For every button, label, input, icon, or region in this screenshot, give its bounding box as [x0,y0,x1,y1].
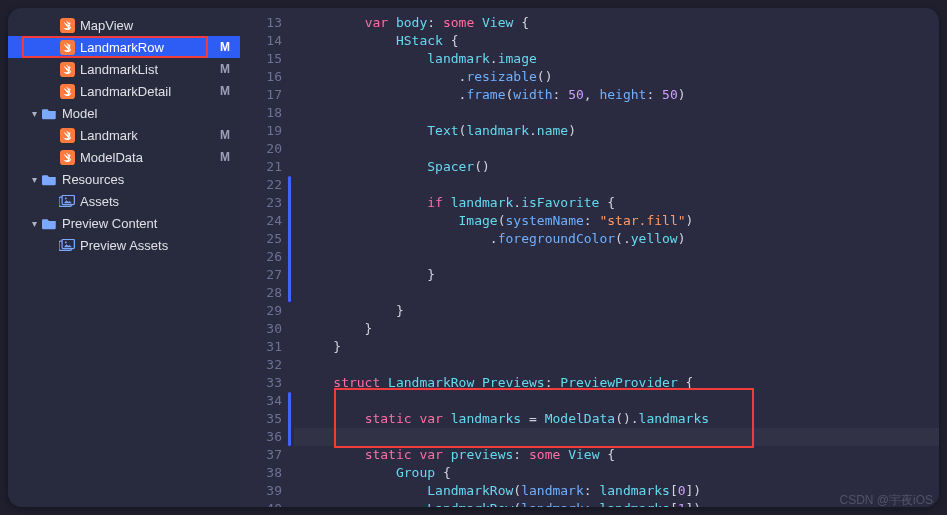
nav-item-label: ModelData [80,150,143,165]
assets-icon [58,239,76,252]
project-navigator[interactable]: MapViewLandmarkRowMLandmarkListMLandmark… [8,8,240,507]
code-line[interactable] [302,392,939,410]
line-number: 39 [240,482,282,500]
line-number: 38 [240,464,282,482]
nav-item-model[interactable]: ▾Model [8,102,240,124]
assets-icon [58,195,76,208]
line-number: 37 [240,446,282,464]
scm-status-badge: M [220,84,230,98]
nav-item-label: LandmarkRow [80,40,164,55]
line-number-gutter: 1314151617181920212223242526272829303132… [240,8,294,507]
disclosure-chevron-icon[interactable]: ▾ [28,218,40,229]
code-line[interactable] [302,176,939,194]
nav-item-preview-assets[interactable]: Preview Assets [8,234,240,256]
code-line[interactable]: .foregroundColor(.yellow) [302,230,939,248]
code-line[interactable]: if landmark.isFavorite { [302,194,939,212]
nav-item-assets[interactable]: Assets [8,190,240,212]
code-line[interactable] [302,248,939,266]
line-number: 16 [240,68,282,86]
watermark: CSDN @宇夜iOS [839,492,933,509]
code-line[interactable]: .resizable() [302,68,939,86]
change-bar [288,176,291,302]
xcode-window: MapViewLandmarkRowMLandmarkListMLandmark… [8,8,939,507]
code-line[interactable]: Spacer() [302,158,939,176]
code-line[interactable]: Image(systemName: "star.fill") [302,212,939,230]
current-line-highlight [294,428,939,446]
code-line[interactable]: } [302,302,939,320]
code-line[interactable]: .frame(width: 50, height: 50) [302,86,939,104]
nav-item-label: Preview Assets [80,238,168,253]
folder-icon [40,217,58,230]
code-line[interactable]: static var previews: some View { [302,446,939,464]
code-area[interactable]: var body: some View { HStack { landmark.… [294,8,939,507]
line-number: 18 [240,104,282,122]
line-number: 28 [240,284,282,302]
nav-item-label: LandmarkList [80,62,158,77]
nav-item-label: Landmark [80,128,138,143]
line-number: 30 [240,320,282,338]
nav-item-label: Resources [62,172,124,187]
line-number: 13 [240,14,282,32]
nav-item-landmark[interactable]: LandmarkM [8,124,240,146]
code-line[interactable]: landmark.image [302,50,939,68]
nav-item-label: MapView [80,18,133,33]
line-number: 31 [240,338,282,356]
code-line[interactable]: } [302,266,939,284]
line-number: 14 [240,32,282,50]
line-number: 36 [240,428,282,446]
line-number: 15 [240,50,282,68]
line-number: 24 [240,212,282,230]
nav-item-resources[interactable]: ▾Resources [8,168,240,190]
code-line[interactable] [302,140,939,158]
disclosure-chevron-icon[interactable]: ▾ [28,108,40,119]
line-number: 26 [240,248,282,266]
line-number: 17 [240,86,282,104]
scm-status-badge: M [220,128,230,142]
code-line[interactable]: Group { [302,464,939,482]
code-line[interactable] [302,356,939,374]
line-number: 35 [240,410,282,428]
nav-item-mapview[interactable]: MapView [8,14,240,36]
svg-point-8 [65,197,67,199]
folder-icon [40,107,58,120]
code-line[interactable]: static var landmarks = ModelData().landm… [302,410,939,428]
disclosure-chevron-icon[interactable]: ▾ [28,174,40,185]
line-number: 33 [240,374,282,392]
swift-icon [58,128,76,143]
code-line[interactable]: var body: some View { [302,14,939,32]
code-line[interactable] [302,104,939,122]
code-line[interactable]: Text(landmark.name) [302,122,939,140]
code-editor[interactable]: 1314151617181920212223242526272829303132… [240,8,939,507]
code-line[interactable]: } [302,338,939,356]
nav-item-landmarkdetail[interactable]: LandmarkDetailM [8,80,240,102]
swift-icon [58,84,76,99]
line-number: 19 [240,122,282,140]
scm-status-badge: M [220,62,230,76]
line-number: 20 [240,140,282,158]
line-number: 22 [240,176,282,194]
swift-icon [58,18,76,33]
folder-icon [40,173,58,186]
scm-status-badge: M [220,150,230,164]
nav-item-preview-content[interactable]: ▾Preview Content [8,212,240,234]
swift-icon [58,150,76,165]
line-number: 32 [240,356,282,374]
nav-item-modeldata[interactable]: ModelDataM [8,146,240,168]
nav-item-label: Preview Content [62,216,157,231]
scm-status-badge: M [220,40,230,54]
line-number: 34 [240,392,282,410]
code-line[interactable] [302,284,939,302]
code-line[interactable]: struct LandmarkRow_Previews: PreviewProv… [302,374,939,392]
line-number: 25 [240,230,282,248]
line-number: 27 [240,266,282,284]
nav-item-label: LandmarkDetail [80,84,171,99]
code-line[interactable]: } [302,320,939,338]
line-number: 29 [240,302,282,320]
nav-item-label: Model [62,106,97,121]
line-number: 23 [240,194,282,212]
swift-icon [58,40,76,55]
code-line[interactable]: HStack { [302,32,939,50]
svg-point-11 [65,241,67,243]
nav-item-landmarkrow[interactable]: LandmarkRowM [8,36,240,58]
nav-item-landmarklist[interactable]: LandmarkListM [8,58,240,80]
